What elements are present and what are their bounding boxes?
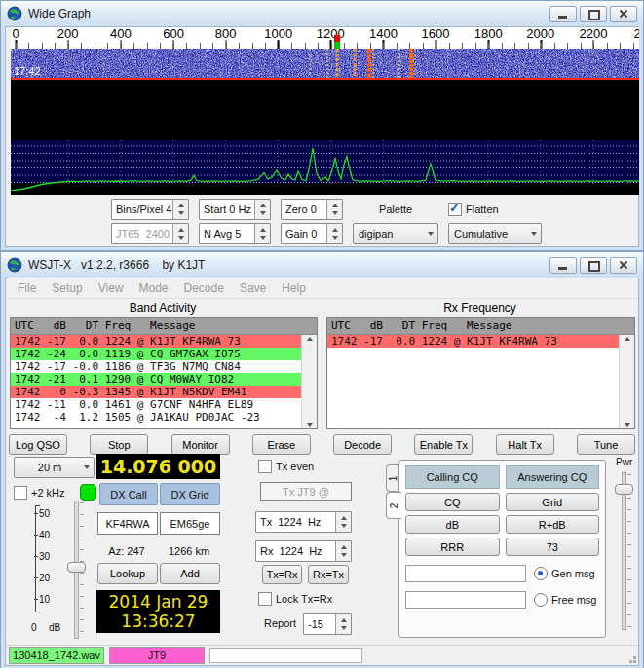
monitor-button[interactable]: Monitor — [171, 434, 230, 455]
spinner-arrows-icon[interactable] — [335, 512, 351, 532]
close-button[interactable] — [610, 257, 637, 274]
menu-view[interactable]: View — [91, 279, 132, 297]
maximize-button[interactable] — [580, 257, 607, 274]
spinner-arrows-icon[interactable] — [335, 541, 351, 561]
spinner-arrows-icon — [172, 224, 188, 243]
plus-2khz-checkbox[interactable]: +2 kHz — [14, 486, 65, 500]
band-select[interactable]: 20 m — [14, 457, 95, 478]
spinner-arrows-icon[interactable] — [172, 200, 188, 219]
menu-setup[interactable]: Setup — [44, 279, 90, 297]
tx-frequency-marker — [334, 35, 340, 42]
decode-row[interactable]: 1742 -17 -0.0 1186 @ TF3G N7MQ CN84 — [11, 360, 317, 373]
spinner-arrows-icon[interactable] — [335, 614, 351, 634]
maximize-button[interactable] — [580, 6, 607, 22]
minimize-button[interactable] — [549, 257, 577, 274]
r-db-message-button[interactable]: R+dB — [506, 515, 600, 534]
bins-per-pixel-spinner[interactable]: Bins/Pixel 4 — [111, 199, 189, 220]
tab-messages-2[interactable]: 2 — [386, 492, 401, 519]
spectrum-display[interactable] — [11, 140, 639, 191]
erase-button[interactable]: Erase — [252, 434, 311, 455]
report-label: Report — [264, 617, 296, 629]
slider-thumb[interactable] — [67, 562, 86, 573]
free-msg-input[interactable] — [405, 591, 526, 609]
lookup-button[interactable]: Lookup — [97, 563, 158, 584]
menu-file[interactable]: File — [10, 279, 44, 297]
decode-row[interactable]: 1742 -21 0.1 1290 @ CQ M0WAY IO82 — [11, 373, 317, 386]
scrollbar[interactable] — [301, 335, 317, 428]
gain-spinner[interactable]: Gain 0 — [281, 223, 343, 244]
dx-grid-field[interactable]: EM65ge — [160, 512, 220, 535]
decode-row[interactable]: 1742 -17 0.0 1224 @ K1JT KF4RWA 73 — [11, 335, 317, 348]
tune-button[interactable]: Tune — [577, 434, 635, 455]
decode-row[interactable]: 1742 0 -0.3 1345 @ K1JT N5KDV EM41 — [11, 386, 317, 398]
decode-row[interactable]: 1742 -24 0.0 1119 @ CQ GM7GAX IO75 — [11, 348, 317, 360]
menu-mode[interactable]: Mode — [132, 279, 176, 297]
rx-equals-tx-button[interactable]: Rx=Tx — [308, 565, 349, 584]
start-frequency-spinner[interactable]: Start 0 Hz — [199, 199, 271, 220]
free-msg-radio[interactable]: Free msg — [534, 593, 596, 607]
scrollbar[interactable] — [619, 335, 634, 428]
minimize-button[interactable] — [549, 6, 577, 22]
band-activity-panel: UTC dB DT Freq Message 1742 -17 0.0 1224… — [10, 317, 318, 429]
grid-message-button[interactable]: Grid — [506, 493, 600, 511]
resize-grip[interactable] — [633, 660, 636, 663]
menu-save[interactable]: Save — [232, 279, 274, 297]
stop-button[interactable]: Stop — [90, 434, 148, 455]
dx-call-field[interactable]: KF4RWA — [97, 512, 158, 535]
decode-row[interactable]: 1742 -11 0.0 1461 @ G7CNF N4HFA EL89 — [11, 398, 317, 411]
cq-message-button[interactable]: CQ — [405, 493, 500, 511]
enable-tx-button[interactable]: Enable Tx — [414, 434, 473, 455]
scrollbar-down-icon[interactable] — [307, 423, 313, 427]
pwr-slider[interactable] — [614, 472, 631, 630]
tx-jt9-indicator: Tx JT9 @ — [260, 482, 352, 501]
rx-status-lamp-icon — [80, 484, 96, 501]
waterfall-display[interactable]: 17:42 — [11, 49, 639, 78]
scale-label: 2000 — [525, 27, 555, 40]
spectrum-mode-select[interactable]: Cumulative — [448, 223, 542, 244]
azimuth-label: Az: 247 — [97, 545, 156, 557]
scrollbar-up-icon[interactable] — [307, 337, 313, 341]
main-titlebar[interactable]: WSJT-X v1.2.2, r3666 by K1JT — [1, 252, 643, 278]
db-message-button[interactable]: dB — [405, 515, 500, 534]
rx-frequency-spinner[interactable]: Rx 1224 Hz — [255, 540, 352, 562]
scrollbar-down-icon[interactable] — [625, 423, 630, 427]
slider-thumb[interactable] — [615, 484, 633, 495]
audio-level-slider[interactable] — [66, 501, 84, 639]
rrr-message-button[interactable]: RRR — [405, 538, 500, 556]
gen-msg-radio[interactable]: Gen msg — [534, 567, 595, 580]
wide-graph-titlebar[interactable]: Wide Graph — [1, 1, 643, 26]
menu-help[interactable]: Help — [274, 279, 314, 297]
gen-msg-input[interactable] — [405, 565, 526, 582]
73-message-button[interactable]: 73 — [506, 538, 600, 556]
add-button[interactable]: Add — [160, 563, 220, 584]
zero-spinner[interactable]: Zero 0 — [281, 199, 343, 220]
spinner-arrows-icon[interactable] — [254, 200, 270, 219]
scrollbar-up-icon[interactable] — [625, 337, 630, 341]
tx-even-checkbox[interactable]: Tx even — [258, 460, 314, 473]
decode-table-header: UTC dB DT Freq Message — [11, 318, 317, 335]
spinner-arrows-icon[interactable] — [254, 224, 270, 243]
palette-select[interactable]: digipan — [353, 223, 438, 244]
quick-messages-panel: Calling CQ Answering CQ CQ Grid dB R+dB … — [398, 460, 606, 638]
spinner-arrows-icon[interactable] — [326, 224, 342, 243]
lock-tx-rx-checkbox[interactable]: Lock Tx=Rx — [258, 592, 332, 606]
tx-equals-rx-button[interactable]: Tx=Rx — [262, 565, 302, 584]
decode-button[interactable]: Decode — [333, 434, 392, 455]
dx-call-button[interactable]: DX Call — [99, 483, 158, 505]
report-spinner[interactable]: -15 — [303, 613, 352, 635]
db-zero-label: 0 — [31, 622, 37, 633]
halt-tx-button[interactable]: Halt Tx — [496, 434, 554, 455]
tx-frequency-spinner[interactable]: Tx 1224 Hz — [255, 511, 352, 533]
n-avg-spinner[interactable]: N Avg 5 — [199, 223, 271, 244]
spinner-arrows-icon[interactable] — [326, 200, 342, 219]
menu-decode[interactable]: Decode — [176, 279, 232, 297]
scale-label: 200 — [57, 27, 80, 40]
close-button[interactable] — [610, 6, 637, 22]
decode-row[interactable]: 1742 -4 1.2 1505 @ JA1KAU PD0JAC -23 — [11, 411, 317, 424]
log-qso-button[interactable]: Log QSO — [9, 434, 67, 455]
status-bar: 130418_1742.wav JT9 — [6, 645, 638, 665]
flatten-checkbox[interactable]: Flatten — [448, 203, 542, 216]
dx-grid-button[interactable]: DX Grid — [160, 483, 220, 505]
decode-row[interactable]: 1742 -17 0.0 1224 @ K1JT KF4RWA 73 — [327, 335, 634, 348]
frequency-scale[interactable]: 0 200 400 600 800 1000 1200 1400 1600 18… — [11, 27, 639, 49]
